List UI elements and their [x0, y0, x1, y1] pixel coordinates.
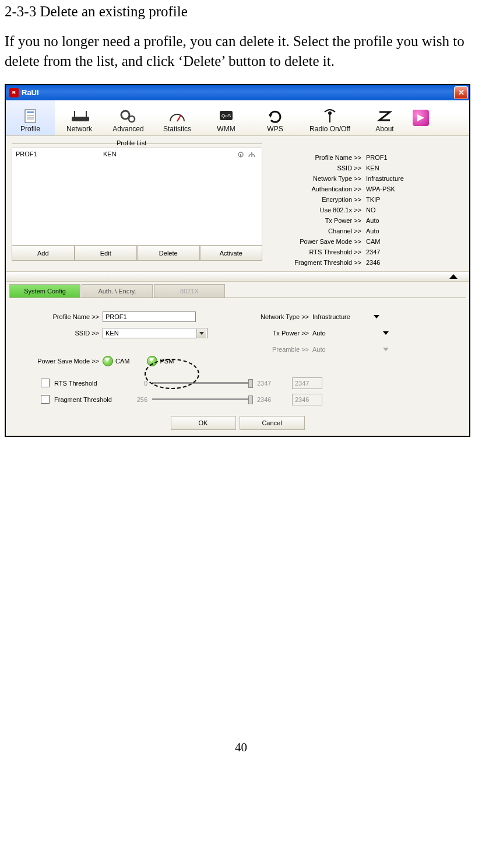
detail-value: PROF1: [364, 154, 388, 161]
ssid-value: KEN: [105, 330, 119, 337]
detail-key: Encryption >>: [274, 196, 364, 203]
tab-statistics-label: Statistics: [163, 125, 191, 133]
frag-slider[interactable]: [152, 398, 251, 400]
tab-about[interactable]: About: [360, 100, 409, 135]
psm-radio[interactable]: [147, 356, 157, 366]
detail-key: Channel >>: [274, 228, 364, 235]
rts-min: 0: [130, 380, 152, 387]
add-button[interactable]: Add: [12, 246, 75, 261]
preamble-value: Auto: [312, 346, 326, 353]
detail-key: Fragment Threshold >>: [274, 259, 364, 266]
detail-key: RTS Threshold >>: [274, 249, 364, 256]
rts-slider[interactable]: [152, 382, 251, 384]
svg-rect-5: [72, 117, 89, 121]
detail-value: WPA-PSK: [364, 186, 395, 192]
ssid-combo[interactable]: KEN: [103, 328, 207, 338]
frag-min: 256: [130, 396, 152, 403]
detail-key: SSID >>: [274, 164, 364, 172]
frag-checkbox[interactable]: [41, 395, 50, 404]
delete-button[interactable]: Delete: [137, 246, 200, 261]
frag-max: 2346: [255, 396, 280, 403]
raui-window: R RaUI ✕ Profile Network A: [5, 84, 470, 437]
titlebar: R RaUI ✕: [6, 85, 469, 100]
collapse-bar[interactable]: [6, 271, 469, 282]
arrow-right-icon: [413, 110, 429, 126]
psm-option-label: PSM: [160, 358, 174, 365]
detail-value: Infrastructure: [364, 175, 404, 182]
refresh-icon: [265, 107, 286, 125]
rts-checkbox[interactable]: [41, 379, 50, 387]
tab-profile[interactable]: Profile: [6, 100, 55, 135]
detail-value: 2346: [364, 259, 380, 266]
svg-line-10: [177, 116, 181, 121]
rts-max: 2347: [255, 380, 280, 387]
svg-point-15: [328, 111, 332, 115]
profile-row-name: PROF1: [16, 150, 103, 158]
svg-text:QoS: QoS: [221, 113, 231, 118]
profile-name-label: Profile Name >>: [12, 313, 103, 320]
profile-details: Profile Name >>PROF1 SSID >>KEN Network …: [262, 139, 463, 268]
profile-row-icons: [237, 150, 257, 160]
nettype-dropdown[interactable]: Infrastructure: [312, 313, 379, 320]
txpower-dropdown[interactable]: Auto: [312, 330, 389, 337]
qos-icon: QoS: [216, 107, 237, 125]
txpower-value: Auto: [312, 330, 326, 337]
app-logo-icon: R: [9, 88, 19, 97]
cancel-button[interactable]: Cancel: [240, 416, 305, 430]
svg-rect-17: [240, 154, 241, 157]
detail-key: Use 802.1x >>: [274, 206, 364, 214]
tab-advanced[interactable]: Advanced: [104, 100, 153, 135]
section-paragraph: If you no longer need a profile, you can…: [5, 32, 477, 71]
slider-thumb-icon: [248, 396, 253, 404]
profile-list-title: Profile List: [12, 139, 262, 148]
tab-wps[interactable]: WPS: [251, 100, 300, 135]
svg-rect-1: [27, 111, 34, 113]
ssid-label: SSID >>: [12, 330, 103, 337]
tab-network-label: Network: [66, 125, 92, 133]
cam-radio[interactable]: [103, 356, 113, 366]
svg-point-8: [121, 111, 129, 119]
tab-wmm[interactable]: QoS WMM: [202, 100, 251, 135]
close-button[interactable]: ✕: [454, 86, 468, 99]
detail-value: CAM: [364, 238, 380, 245]
gauge-icon: [167, 107, 188, 125]
tab-wps-label: WPS: [267, 125, 283, 133]
tab-radio-label: Radio On/Off: [309, 125, 350, 133]
main-toolbar: Profile Network Advanced Statistics: [6, 100, 469, 136]
window-title: RaUI: [22, 88, 454, 97]
cam-label: CAM: [115, 358, 129, 365]
rts-label: RTS Threshold: [54, 380, 130, 387]
preamble-dropdown: Auto: [312, 346, 389, 353]
detail-value: TKIP: [364, 196, 380, 203]
detail-key: Power Save Mode >>: [274, 238, 364, 245]
rts-value-box: 2347: [292, 377, 322, 389]
tab-system-config[interactable]: System Config: [9, 284, 80, 298]
profile-list[interactable]: PROF1 KEN: [12, 148, 262, 246]
detail-value: Auto: [364, 217, 379, 224]
tab-radio[interactable]: Radio On/Off: [300, 100, 360, 135]
svg-point-9: [129, 116, 135, 122]
detail-key: Network Type >>: [274, 175, 364, 182]
profile-row[interactable]: PROF1 KEN: [12, 148, 262, 160]
tab-auth-encry[interactable]: Auth. \ Encry.: [82, 284, 153, 298]
tab-statistics[interactable]: Statistics: [153, 100, 202, 135]
tab-8021x: 8021X: [154, 284, 225, 298]
edit-button[interactable]: Edit: [75, 246, 138, 261]
profile-row-ssid: KEN: [103, 150, 220, 158]
detail-value: KEN: [364, 164, 379, 172]
preamble-label: Preamble >>: [239, 346, 312, 353]
collapse-up-icon: [449, 274, 458, 279]
frag-label: Fragment Threshold: [54, 396, 130, 403]
toolbar-next-button[interactable]: [409, 100, 432, 135]
activate-button[interactable]: Activate: [200, 246, 263, 261]
nettype-label: Network Type >>: [239, 313, 312, 320]
profile-name-input[interactable]: PROF1: [103, 312, 196, 322]
detail-value: Auto: [364, 228, 379, 235]
ok-button[interactable]: OK: [171, 416, 236, 430]
z-icon: [374, 107, 395, 125]
txpower-label: Tx Power >>: [239, 330, 312, 337]
dropdown-icon: [196, 329, 206, 338]
svg-marker-13: [269, 114, 272, 118]
tab-about-label: About: [375, 125, 393, 133]
tab-network[interactable]: Network: [55, 100, 104, 135]
